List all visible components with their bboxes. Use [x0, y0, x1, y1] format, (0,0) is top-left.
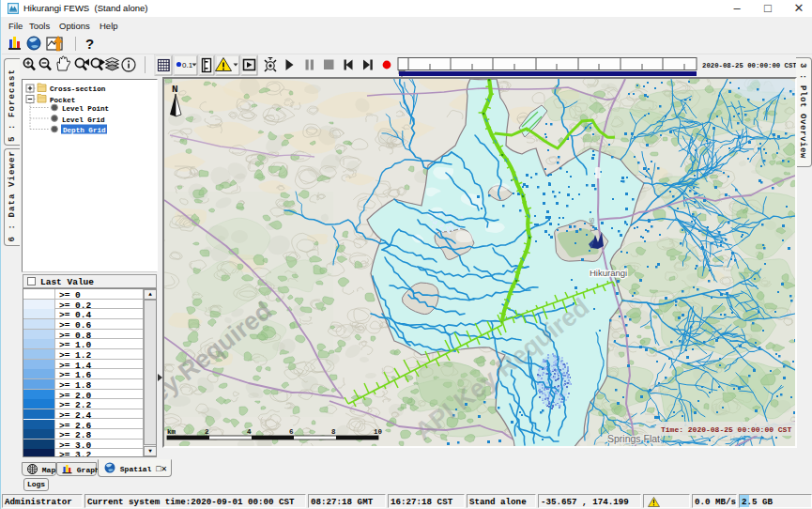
- svg-text:Cross-section: Cross-section: [50, 85, 106, 93]
- svg-text:10: 10: [374, 428, 383, 436]
- svg-text:Hikurangi: Hikurangi: [590, 268, 627, 278]
- svg-text:km: km: [167, 428, 176, 436]
- svg-text:N: N: [172, 84, 178, 95]
- svg-text:SH 1: SH 1: [589, 217, 596, 232]
- svg-text:Time: 2020-08-25 00:00:00 CST: Time: 2020-08-25 00:00:00 CST: [661, 425, 791, 434]
- svg-text:Pocket: Pocket: [50, 97, 75, 104]
- svg-text:Depth Grid: Depth Grid: [63, 127, 106, 134]
- svg-text:2: 2: [205, 428, 209, 436]
- svg-text:2020-08-25 00:00:00 CST: 2020-08-25 00:00:00 CST: [702, 62, 797, 69]
- svg-text:Springs Flat: Springs Flat: [607, 433, 660, 444]
- svg-text:0.1: 0.1: [182, 61, 193, 69]
- svg-text:Level Point: Level Point: [62, 105, 109, 113]
- svg-text:6: 6: [289, 428, 294, 436]
- svg-text:8: 8: [331, 428, 336, 436]
- svg-text:Level Grid: Level Grid: [62, 116, 105, 124]
- svg-text:4: 4: [247, 428, 252, 436]
